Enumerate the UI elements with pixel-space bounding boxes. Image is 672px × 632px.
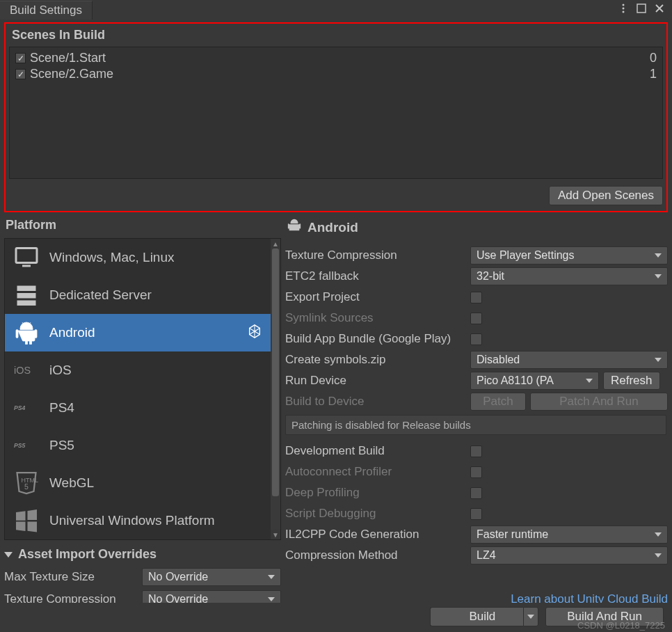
platform-label: Dedicated Server: [49, 287, 262, 303]
platform-label: iOS: [49, 363, 262, 378]
svg-rect-5: [22, 265, 31, 267]
dropdown-value: No Override: [148, 571, 208, 583]
patch-info-box: Patching is disabled for Release builds: [285, 415, 666, 435]
window-title[interactable]: Build Settings: [0, 1, 93, 19]
etc2-fallback-dropdown[interactable]: 32-bit: [470, 267, 668, 285]
symlink-sources-label: Symlink Sources: [285, 311, 470, 325]
app-bundle-checkbox[interactable]: [470, 333, 482, 345]
android-icon: [287, 218, 302, 237]
scenes-in-build-header: Scenes In Build: [9, 27, 663, 47]
scenes-list[interactable]: ✓ Scene/1.Start 0 ✓ Scene/2.Game 1: [9, 47, 663, 179]
compression-method-label: Compression Method: [285, 548, 470, 562]
il2cpp-dropdown[interactable]: Faster runtime: [470, 526, 668, 544]
platform-item-uwp[interactable]: Universal Windows Platform: [5, 502, 271, 539]
dropdown-value: No Override: [148, 593, 208, 603]
add-open-scenes-button[interactable]: Add Open Scenes: [549, 186, 663, 205]
platform-scrollbar[interactable]: ▲ ▼: [271, 239, 280, 539]
platform-item-dedicated[interactable]: Dedicated Server: [5, 276, 271, 314]
create-symbols-label: Create symbols.zip: [285, 353, 470, 367]
scrollbar-thumb[interactable]: [272, 248, 279, 496]
svg-rect-7: [17, 293, 36, 299]
script-debugging-checkbox: [470, 508, 482, 520]
ios-icon: iOS: [13, 357, 40, 384]
platform-label: WebGL: [49, 475, 262, 491]
disclosure-triangle-icon: [4, 552, 13, 558]
platform-label: Universal Windows Platform: [49, 513, 262, 528]
max-texture-size-dropdown[interactable]: No Override: [142, 568, 281, 586]
server-icon: [13, 282, 40, 308]
scene-checkbox[interactable]: ✓: [15, 69, 26, 79]
chevron-down-icon: [655, 532, 662, 537]
maximize-icon[interactable]: [636, 3, 647, 17]
export-project-checkbox[interactable]: [470, 292, 482, 303]
compression-method-dropdown[interactable]: LZ4: [470, 546, 668, 564]
chevron-down-icon: [527, 615, 534, 619]
scrollbar-down-icon[interactable]: ▼: [271, 530, 280, 539]
script-debugging-label: Script Debugging: [285, 507, 470, 521]
platform-settings-title: Android: [307, 220, 358, 235]
svg-point-1: [623, 8, 625, 10]
svg-rect-4: [16, 248, 37, 263]
chevron-down-icon: [655, 253, 662, 258]
svg-text:PS4: PS4: [14, 404, 26, 411]
max-texture-size-label: Max Texture Size: [4, 570, 142, 584]
chevron-down-icon: [655, 553, 662, 558]
platform-label: Windows, Mac, Linux: [49, 250, 262, 265]
build-to-device-label: Build to Device: [285, 395, 470, 409]
run-device-label: Run Device: [285, 374, 470, 388]
ps4-icon: PS4: [13, 395, 40, 421]
scene-row[interactable]: ✓ Scene/1.Start 0: [15, 50, 657, 66]
scrollbar-up-icon[interactable]: ▲: [271, 239, 280, 248]
watermark: CSDN @L0218_7225: [577, 620, 665, 631]
titlebar: Build Settings: [0, 0, 672, 19]
cloud-build-link[interactable]: Learn about Unity Cloud Build: [511, 592, 668, 603]
platform-item-ps5[interactable]: PS5 PS5: [5, 427, 271, 464]
svg-text:iOS: iOS: [14, 365, 31, 376]
scene-index: 1: [650, 67, 657, 81]
autoconnect-profiler-checkbox: [470, 466, 482, 478]
kebab-menu-icon[interactable]: [618, 3, 629, 17]
svg-rect-3: [637, 4, 646, 13]
run-device-dropdown[interactable]: Pico A8110 (PA: [470, 372, 599, 390]
deep-profiling-label: Deep Profiling: [285, 486, 470, 500]
scenes-in-build-section: Scenes In Build ✓ Scene/1.Start 0 ✓ Scen…: [4, 22, 668, 212]
svg-point-2: [623, 11, 625, 13]
svg-text:5: 5: [24, 482, 29, 491]
asset-overrides-section: Asset Import Overrides Max Texture Size …: [4, 540, 281, 603]
symlink-sources-checkbox: [470, 313, 482, 324]
patch-button: Patch: [470, 393, 526, 411]
chevron-down-icon: [586, 379, 593, 383]
build-dropdown[interactable]: [523, 607, 538, 626]
platform-settings-header: Android: [285, 216, 668, 245]
platform-item-android[interactable]: Android: [5, 314, 271, 351]
development-build-checkbox[interactable]: [470, 445, 482, 457]
create-symbols-dropdown[interactable]: Disabled: [470, 351, 668, 369]
il2cpp-label: IL2CPP Code Generation: [285, 528, 470, 542]
chevron-down-icon: [655, 274, 662, 278]
platform-label: Android: [49, 325, 237, 340]
asset-overrides-header[interactable]: Asset Import Overrides: [4, 547, 281, 566]
chevron-down-icon: [268, 575, 275, 579]
platform-item-webgl[interactable]: HTML5 WebGL: [5, 464, 271, 502]
dropdown-value: Disabled: [477, 354, 520, 366]
close-icon[interactable]: [654, 3, 665, 17]
dropdown-value: 32-bit: [477, 270, 504, 283]
scene-checkbox[interactable]: ✓: [15, 53, 26, 63]
build-settings-window: Build Settings Scenes In Build ✓ Scene/1…: [0, 0, 672, 632]
dropdown-value: Faster runtime: [477, 528, 548, 541]
asset-overrides-label: Asset Import Overrides: [18, 547, 157, 562]
platform-item-ps4[interactable]: PS4 PS4: [5, 389, 271, 427]
windows-icon: [13, 507, 40, 534]
platform-item-ios[interactable]: iOS iOS: [5, 351, 271, 389]
svg-rect-8: [17, 301, 36, 306]
autoconnect-profiler-label: Autoconnect Profiler: [285, 465, 470, 479]
refresh-button[interactable]: Refresh: [603, 372, 660, 390]
build-button[interactable]: Build: [430, 607, 523, 626]
platform-item-standalone[interactable]: Windows, Mac, Linux: [5, 239, 271, 276]
texture-compression-override-dropdown[interactable]: No Override: [142, 590, 281, 603]
texture-compression-dropdown[interactable]: Use Player Settings: [470, 246, 668, 264]
scene-row[interactable]: ✓ Scene/2.Game 1: [15, 66, 657, 82]
app-bundle-label: Build App Bundle (Google Play): [285, 332, 470, 346]
platform-label: PS5: [49, 438, 262, 453]
svg-rect-6: [17, 286, 36, 292]
